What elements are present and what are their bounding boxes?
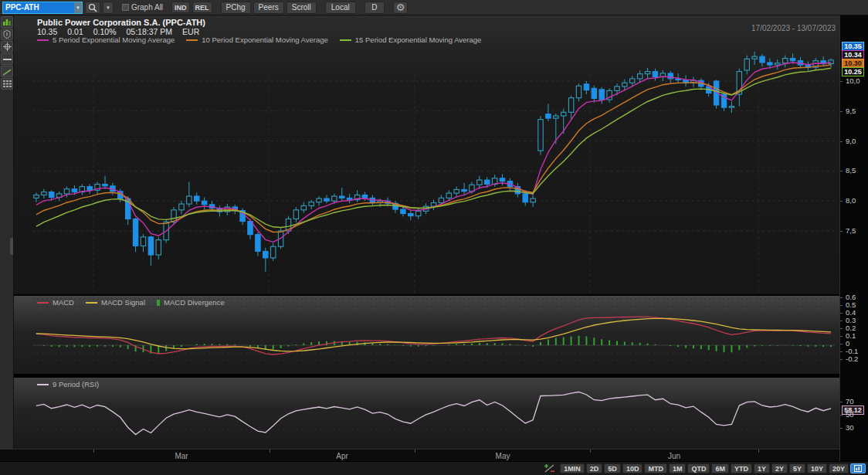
range-button-10d[interactable]: 10D: [622, 463, 643, 473]
month-label: Jun: [668, 452, 680, 460]
axis-tick-mark: [840, 415, 843, 416]
axis-tick-label: -0.2: [846, 355, 858, 363]
legend-item: 9 Period (RSI): [37, 380, 99, 388]
ind-button[interactable]: IND: [171, 2, 190, 13]
axis-tick-mark: [840, 111, 843, 112]
custom-interval-button[interactable]: [850, 463, 866, 473]
main-chart-panel[interactable]: Public Power Corporation S.A. (PPC-ATH) …: [14, 15, 839, 294]
settings-button[interactable]: ⚙: [393, 2, 409, 14]
legend-label: MACD: [53, 298, 74, 307]
legend-label: 15 Period Exponential Moving Average: [355, 36, 482, 44]
crosshair-button[interactable]: [1, 41, 13, 53]
legend-label: 9 Period (RSI): [53, 380, 99, 388]
axis-tick-mark: [840, 231, 843, 232]
indicators-button[interactable]: [1, 29, 13, 40]
candlestick-chart[interactable]: [14, 15, 839, 294]
month-tick-mark: [415, 450, 415, 453]
range-button-5y[interactable]: 5Y: [789, 463, 805, 473]
ticker-input[interactable]: PPC-ATH ▼: [2, 2, 83, 14]
axis-tick-label: 50: [846, 411, 854, 419]
axis-tick-label: 70: [846, 398, 854, 405]
top-toolbar: PPC-ATH ▼ ▼ Graph All IND REL PChg Peers…: [0, 0, 868, 15]
time-axis[interactable]: MarAprMayJun: [0, 449, 839, 461]
legend-label: MACD Divergence: [164, 298, 225, 307]
graph-all-label: Graph All: [131, 3, 163, 12]
range-button-ytd[interactable]: YTD: [731, 463, 752, 473]
scroll-button[interactable]: Scroll: [287, 2, 317, 14]
indicators-shield-icon: [3, 30, 11, 39]
month-label: May: [496, 452, 510, 460]
rsi-legend: 9 Period (RSI): [37, 380, 99, 388]
pchg-button[interactable]: PChg: [221, 2, 251, 14]
macd-chart[interactable]: [14, 296, 839, 375]
axis-tick-mark: [840, 428, 843, 429]
search-options-dropdown[interactable]: ▼: [103, 2, 114, 14]
legend-label: 5 Period Exponential Moving Average: [53, 36, 175, 44]
rel-button[interactable]: REL: [192, 2, 212, 13]
range-button-2d[interactable]: 2D: [586, 463, 603, 473]
legend-label: 10 Period Exponential Moving Average: [202, 36, 328, 44]
macd-panel[interactable]: MACDMACD SignalMACD Divergence: [14, 294, 839, 374]
rsi-chart[interactable]: [14, 378, 839, 450]
ticker-value: PPC-ATH: [3, 2, 74, 13]
left-sidebar: [0, 15, 14, 475]
axis-tick-label: 8,5: [846, 167, 856, 175]
sidebar-splitter-handle[interactable]: [10, 238, 13, 255]
legend-item: MACD Divergence: [157, 298, 225, 307]
line-swatch-icon: [186, 39, 198, 41]
peers-button[interactable]: Peers: [253, 2, 284, 14]
bottom-toolbar: 1MIN2D5D10DMTD1MQTD6MYTD1Y2Y5Y10Y20Y: [0, 461, 868, 475]
axis-tick-mark: [840, 351, 843, 352]
graph-all-checkbox[interactable]: [122, 4, 129, 11]
zoom-tools-button[interactable]: [544, 463, 555, 473]
trend-line-button[interactable]: [1, 66, 13, 77]
search-icon: [88, 3, 97, 12]
axis-tick-label: 10,0: [846, 77, 860, 85]
price-axis[interactable]: 10.35 10.34 10.30 10.25 58.12 10,09,59,0…: [839, 15, 868, 461]
legend-item: 15 Period Exponential Moving Average: [340, 36, 482, 44]
rsi-panel[interactable]: 9 Period (RSI): [14, 376, 839, 449]
interval-chart-icon: [854, 465, 862, 472]
page-title: Public Power Corporation S.A. (PPC-ATH): [37, 18, 205, 27]
axis-tick-mark: [840, 141, 843, 142]
ema-legend: 5 Period Exponential Moving Average10 Pe…: [37, 36, 481, 44]
range-button-2y[interactable]: 2Y: [771, 463, 788, 473]
range-button-5d[interactable]: 5D: [604, 463, 621, 473]
legend-item: 5 Period Exponential Moving Average: [37, 36, 175, 44]
data-grid-button[interactable]: [1, 78, 13, 90]
range-button-mtd[interactable]: MTD: [644, 463, 667, 473]
range-button-1m[interactable]: 1M: [669, 463, 687, 473]
range-button-qtd[interactable]: QTD: [687, 463, 710, 473]
frequency-button[interactable]: D: [364, 2, 385, 14]
range-button-10y[interactable]: 10Y: [807, 463, 827, 473]
range-button-6m[interactable]: 6M: [711, 463, 729, 473]
ema15-axis-badge: 10.25: [842, 67, 864, 76]
local-button[interactable]: Local: [325, 2, 356, 14]
crosshair-icon: [3, 42, 12, 51]
range-button-1y[interactable]: 1Y: [754, 463, 770, 473]
month-tick-mark: [270, 450, 270, 453]
line-swatch-icon: [37, 302, 49, 304]
axis-tick-label: 9,0: [846, 137, 856, 145]
zoom-in-out-icon: [544, 463, 555, 473]
horizontal-line-button[interactable]: [1, 53, 13, 65]
range-button-1min[interactable]: 1MIN: [560, 463, 585, 473]
axis-tick-mark: [840, 359, 843, 360]
axis-tick-mark: [840, 321, 843, 321]
month-tick-mark: [758, 450, 759, 453]
range-button-20y[interactable]: 20Y: [829, 463, 849, 473]
month-tick-mark: [93, 450, 94, 453]
search-button[interactable]: [85, 2, 100, 14]
timeframe-button-group: 1MIN2D5D10DMTD1MQTD6MYTD1Y2Y5Y10Y20Y: [560, 463, 849, 473]
axis-tick-mark: [840, 328, 843, 329]
axis-tick-label: 7,5: [846, 227, 856, 235]
legend-item: MACD Signal: [86, 298, 145, 307]
axis-tick-mark: [840, 305, 843, 306]
axis-tick-mark: [840, 201, 843, 202]
ticker-dropdown-icon[interactable]: ▼: [74, 2, 82, 13]
data-grid-icon: [3, 80, 12, 87]
axis-tick-mark: [840, 81, 843, 82]
axis-tick-mark: [840, 313, 843, 314]
macd-legend: MACDMACD SignalMACD Divergence: [37, 298, 225, 307]
chart-type-button[interactable]: [1, 16, 13, 28]
